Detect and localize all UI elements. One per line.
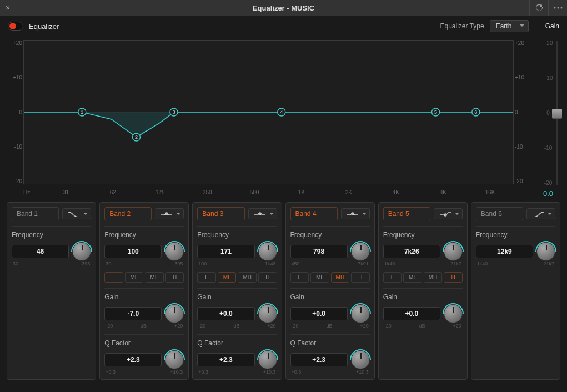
band-name-toggle[interactable]: Band 6 [476,207,523,220]
svg-point-1 [557,7,559,9]
gain-value[interactable]: +0.0 [197,307,254,320]
svg-point-17 [259,213,261,215]
frequency-label: Frequency [104,231,184,239]
range-btn-L[interactable]: L [197,272,216,283]
frequency-value[interactable]: 7k26 [383,245,440,258]
range-btn-H[interactable]: H [165,272,184,283]
range-btn-H[interactable]: H [444,272,463,283]
qfactor-knob[interactable] [258,350,277,369]
range-btn-ML[interactable]: ML [218,272,237,283]
band-1: Band 1 Frequency 46 30395 [7,202,96,380]
band-range-group: LMLMHH [197,272,277,283]
band-4: Band 4 Frequency 798 4507k91 LMLMHH Gain… [285,202,375,380]
eq-type-select[interactable]: Earth [490,20,529,32]
qfactor-label: Q Factor [104,339,184,347]
band-2: Band 2 Frequency 100 30395 LMLMHH Gain -… [99,202,189,380]
range-btn-H[interactable]: H [351,272,370,283]
frequency-knob[interactable] [351,242,370,261]
frequency-value[interactable]: 798 [290,245,348,258]
svg-text:4: 4 [280,109,283,115]
band-5: Band 5 Frequency 7k26 1k4021k7 LMLMHH Ga… [378,202,468,380]
gain-value[interactable]: +0.0 [383,307,440,320]
qfactor-label: Q Factor [290,339,370,347]
gain-label: Gain [197,293,277,301]
qfactor-value[interactable]: +2.3 [104,353,162,366]
svg-text:1: 1 [81,109,83,115]
band-range-group: LMLMHH [290,272,370,283]
qfactor-knob[interactable] [351,350,370,369]
gain-header-label: Gain [545,22,559,30]
frequency-label: Frequency [383,231,463,239]
range-btn-L[interactable]: L [104,272,123,283]
plugin-name: Equalizer [29,22,59,31]
range-btn-ML[interactable]: ML [310,272,329,283]
band-name-toggle[interactable]: Band 4 [290,207,338,220]
qfactor-value[interactable]: +2.3 [197,353,254,366]
frequency-label: Frequency [12,231,91,239]
svg-point-18 [352,213,354,215]
curve-select[interactable] [526,208,555,219]
svg-point-0 [554,7,555,9]
more-icon[interactable] [548,0,567,16]
range-btn-L[interactable]: L [290,272,309,283]
gain-label: Gain [104,293,184,301]
frequency-value[interactable]: 171 [197,245,254,258]
frequency-knob[interactable] [258,242,277,261]
title-bar: × Equalizer - MUSIC [0,0,567,16]
svg-point-16 [165,213,168,215]
gain-label: Gain [290,293,370,301]
frequency-label: Frequency [290,231,370,239]
frequency-knob[interactable] [536,242,555,261]
range-btn-H[interactable]: H [258,272,277,283]
curve-select[interactable] [434,208,463,219]
qfactor-knob[interactable] [165,350,184,369]
range-btn-ML[interactable]: ML [403,272,422,283]
qfactor-value[interactable]: +2.3 [290,353,348,366]
frequency-value[interactable]: 46 [12,245,69,258]
svg-text:2: 2 [135,134,138,140]
range-btn-L[interactable]: L [383,272,402,283]
enable-toggle[interactable] [8,22,23,31]
band-name-toggle[interactable]: Band 5 [383,207,430,220]
range-btn-MH[interactable]: MH [424,272,443,283]
gain-knob[interactable] [351,304,370,323]
frequency-value[interactable]: 12k9 [476,245,533,258]
curve-select[interactable] [155,208,184,219]
reset-icon[interactable] [529,0,548,16]
svg-point-2 [560,7,562,9]
range-btn-ML[interactable]: ML [125,272,144,283]
band-name-toggle[interactable]: Band 1 [12,207,59,220]
curve-select[interactable] [341,208,370,219]
range-btn-MH[interactable]: MH [145,272,164,283]
band-name-toggle[interactable]: Band 2 [104,207,152,220]
band-3: Band 3 Frequency 171 1001k48 LMLMHH Gain… [192,202,282,380]
gain-value[interactable]: -7.0 [104,307,162,320]
frequency-knob[interactable] [165,242,184,261]
eq-type-label: Equalizer Type [440,22,484,30]
frequency-knob[interactable] [72,242,91,261]
range-btn-MH[interactable]: MH [331,272,350,283]
gain-knob[interactable] [258,304,277,323]
gain-knob[interactable] [165,304,184,323]
eq-chart[interactable]: +20+100-10-20 +20+100-10-20 123456 Hz316… [7,37,530,198]
frequency-label: Frequency [476,231,555,239]
band-range-group: LMLMHH [383,272,463,283]
band-6: Band 6 Frequency 12k9 1k4021k7 [471,202,560,380]
curve-select[interactable] [248,208,277,219]
window-title: Equalizer - MUSIC [0,4,567,12]
qfactor-label: Q Factor [197,339,277,347]
frequency-value[interactable]: 100 [104,245,162,258]
band-range-group: LMLMHH [104,272,184,283]
master-gain-slider[interactable]: +20+100-10-20 0.0 [536,37,560,198]
gain-knob[interactable] [444,304,463,323]
gain-value[interactable]: +0.0 [290,307,348,320]
gain-label: Gain [383,293,463,301]
frequency-label: Frequency [197,231,277,239]
range-btn-MH[interactable]: MH [238,272,257,283]
frequency-knob[interactable] [444,242,463,261]
svg-text:3: 3 [172,109,175,115]
band-name-toggle[interactable]: Band 3 [197,207,244,220]
header: Equalizer Equalizer Type Earth Gain [0,16,567,37]
close-button[interactable]: × [0,3,16,12]
curve-select[interactable] [62,208,91,219]
